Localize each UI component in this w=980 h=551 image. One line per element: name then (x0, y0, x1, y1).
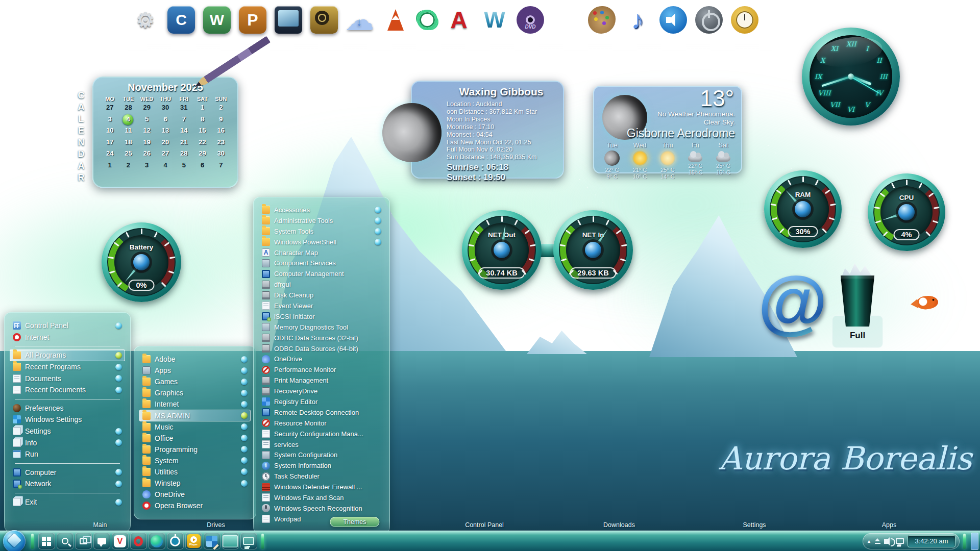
calendar-day[interactable]: 19 (138, 137, 156, 148)
main-menu-item-exit[interactable]: Exit (10, 496, 125, 508)
admin-menu-item-resource-monitor[interactable]: Resource Monitor (259, 418, 384, 429)
network-icon[interactable] (896, 538, 904, 544)
presonus-icon[interactable]: P (239, 6, 266, 34)
admin-menu-item-performance-monitor[interactable]: Performance Monitor (259, 364, 384, 375)
admin-menu-item-odbc-data-sources-32-bit[interactable]: ODBC Data Sources (32-bit) (259, 333, 384, 343)
calendar-day[interactable]: 11 (119, 125, 137, 137)
calendar-day[interactable]: 5 (175, 160, 193, 171)
admin-menu-item-component-services[interactable]: Component Services (259, 258, 384, 268)
weather-widget[interactable]: 13° No Weather Phenomena. Clear Sky. Gis… (593, 86, 742, 173)
calendar-day[interactable]: 15 (193, 125, 211, 137)
calendar-day[interactable]: 9 (212, 114, 230, 126)
admin-menu-item-administrative-tools[interactable]: Administrative Tools (259, 215, 384, 226)
calendar-day[interactable]: 10 (101, 125, 119, 137)
cubase-icon[interactable]: C (167, 6, 195, 34)
start-button[interactable] (3, 530, 26, 551)
taskbar-label-control-panel[interactable]: Control Panel (465, 521, 504, 529)
admin-menu-item-system-configuration[interactable]: System Configuration (259, 449, 384, 460)
admin-menu-item-accessories[interactable]: Accessories (259, 205, 384, 215)
alarm-icon[interactable] (731, 6, 758, 34)
calendar-day[interactable]: 3 (101, 114, 119, 126)
admin-menu-item-dfrgui[interactable]: dfrgui (259, 279, 384, 290)
cables-icon[interactable] (417, 10, 437, 30)
windows-icon[interactable] (552, 6, 580, 34)
calendar-day[interactable]: 22 (193, 137, 211, 148)
taskbar-label-drives[interactable]: Drives (207, 521, 225, 529)
display-button[interactable] (240, 533, 257, 549)
programs-menu-item-internet[interactable]: Internet (139, 398, 251, 410)
admin-menu-item-disk-cleanup[interactable]: Disk Cleanup (259, 290, 384, 300)
tools-icon[interactable]: ⚙ (132, 6, 159, 34)
show-desktop-button[interactable] (971, 533, 978, 550)
note-icon[interactable]: ♪ (624, 6, 651, 34)
volume-icon[interactable] (884, 539, 888, 544)
programs-menu-item-system[interactable]: System (139, 455, 251, 466)
calendar-day[interactable]: 23 (212, 137, 230, 148)
main-menu-item-documents[interactable]: Documents (10, 372, 125, 384)
calendar-day[interactable]: 12 (138, 125, 156, 137)
calendar-day[interactable]: 7 (212, 160, 230, 171)
calendar-day[interactable]: 24 (101, 148, 119, 160)
calendar-day[interactable]: 8 (193, 114, 211, 126)
palette-icon[interactable] (588, 6, 616, 34)
programs-menu-item-apps[interactable]: Apps (139, 365, 251, 376)
net-in-gauge[interactable]: NET In 29.63 KB (553, 210, 633, 290)
calendar-day[interactable]: 4 (119, 114, 137, 126)
taskbar-label-main[interactable]: Main (93, 521, 107, 529)
calendar-day[interactable]: 27 (156, 148, 175, 160)
analog-clock-widget[interactable]: XIIIIIIIIIVVVIVIIVIIIIXXXI (802, 28, 900, 126)
calendar-day[interactable]: 2 (119, 160, 137, 171)
calendar-day[interactable]: 2 (212, 102, 230, 114)
admin-menu-item-character-map[interactable]: Character Map (259, 247, 384, 258)
admin-menu-item-system-information[interactable]: System Information (259, 460, 384, 471)
calendar-day[interactable]: 28 (175, 148, 193, 160)
stopwatch-button[interactable] (167, 533, 184, 549)
main-menu-item-network[interactable]: Network (10, 478, 125, 490)
chat-button[interactable] (93, 533, 110, 549)
programs-menu-item-adobe[interactable]: Adobe (139, 354, 251, 365)
cpu-gauge[interactable]: CPU 4% (868, 173, 945, 251)
admin-menu-item-memory-diagnostics-tool[interactable]: Memory Diagnostics Tool (259, 322, 384, 333)
calendar-day[interactable]: 13 (156, 125, 175, 137)
programs-menu-item-utilities[interactable]: Utilities (139, 466, 251, 478)
admin-menu-item-windows-defender-firewall[interactable]: Windows Defender Firewall ... (259, 482, 384, 492)
calendar-day[interactable]: 16 (212, 125, 230, 137)
calendar-day[interactable]: 14 (175, 125, 193, 137)
films-icon[interactable] (310, 6, 338, 34)
player-button[interactable]: Player (185, 533, 202, 549)
main-menu-item-windows-settings[interactable]: Windows Settings (10, 414, 125, 425)
programs-menu-item-office[interactable]: Office (139, 433, 251, 444)
calendar-day[interactable]: 7 (175, 114, 193, 126)
net-out-gauge[interactable]: NET Out 30.74 KB (462, 210, 542, 290)
search-button[interactable] (57, 533, 74, 549)
calendar-day[interactable]: 27 (101, 102, 119, 114)
admin-menu-item-task-scheduler[interactable]: Task Scheduler (259, 471, 384, 482)
main-menu-item-info[interactable]: Info (10, 437, 125, 448)
calendar-day[interactable]: 6 (193, 160, 211, 171)
admin-menu-item-computer-management[interactable]: Computer Management (259, 268, 384, 279)
calendar-day[interactable]: 4 (156, 160, 175, 171)
wavelab-icon[interactable]: W (203, 6, 231, 34)
admin-menu-item-print-management[interactable]: Print Management (259, 375, 384, 386)
calendar-day[interactable]: 25 (119, 148, 137, 160)
calendar-day[interactable]: 31 (175, 102, 193, 114)
admin-menu-item-system-tools[interactable]: System Tools (259, 226, 384, 237)
windows-button[interactable] (38, 533, 55, 549)
word-icon[interactable]: W (481, 6, 508, 34)
admin-menu-item-remote-desktop-connection[interactable]: Remote Desktop Connection (259, 407, 384, 418)
programs-menu-item-opera-browser[interactable]: Opera Browser (139, 500, 251, 511)
admin-menu-item-odbc-data-sources-64-bit[interactable]: ODBC Data Sources (64-bit) (259, 343, 384, 354)
admin-menu-item-services[interactable]: services (259, 439, 384, 450)
programs-menu-item-programming[interactable]: Programming (139, 444, 251, 455)
calendar-day[interactable]: 29 (193, 148, 211, 160)
admin-menu-item-security-configuration-mana[interactable]: Security Configuration Mana... (259, 429, 384, 439)
main-menu-item-run[interactable]: Run (10, 448, 125, 460)
main-menu-item-internet[interactable]: Internet (10, 332, 125, 343)
admin-menu-item-windows-fax-and-scan[interactable]: Windows Fax and Scan (259, 492, 384, 503)
opera-button[interactable] (130, 533, 147, 549)
calendar-day[interactable]: 20 (156, 137, 175, 148)
cloud-icon[interactable]: ☁ (346, 6, 374, 34)
programs-menu-item-music[interactable]: Music (139, 421, 251, 433)
ram-gauge[interactable]: RAM 30% (764, 170, 842, 248)
moon-phase-widget[interactable]: Waxing Gibbous Location : Aucklandoon Di… (411, 81, 564, 179)
